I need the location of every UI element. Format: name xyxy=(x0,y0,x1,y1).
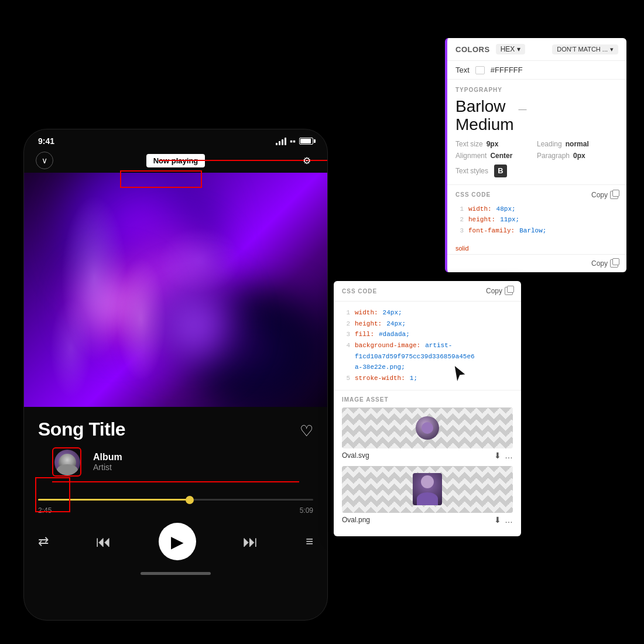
leading-val: normal xyxy=(566,140,589,148)
asset-actions-png: ⬇ … xyxy=(494,515,513,525)
code-line-3: 3 font-family: Barlow; xyxy=(455,225,618,237)
text-styles-row: Text styles B xyxy=(455,165,618,177)
copy-label-bottom: Copy xyxy=(486,287,502,295)
copy-button-mid[interactable]: Copy xyxy=(591,259,618,268)
css-line-4b: f1cd10a7d59f975cc39d336859a45e6 xyxy=(342,351,513,362)
text-size-key: Text size xyxy=(455,140,483,148)
css-code-block-bottom: 1 width: 24px; 2 height: 24px; 3 fill: #… xyxy=(334,302,521,390)
chevron-down-btn[interactable]: ∨ xyxy=(36,152,53,169)
song-info: Song Title ♡ xyxy=(24,407,327,447)
play-button[interactable]: ▶ xyxy=(159,523,196,560)
asset-filename-row-png: Oval.png ⬇ … xyxy=(342,515,513,525)
time-total: 5:09 xyxy=(300,506,313,515)
prev-button[interactable]: ⏮ xyxy=(96,533,111,551)
color-value: #FFFFFF xyxy=(491,66,523,74)
status-time: 9:41 xyxy=(38,136,54,146)
css-line-1: 1 width: 24px; xyxy=(342,307,513,318)
progress-thumb xyxy=(186,496,194,504)
hex-chevron-icon: ▾ xyxy=(517,45,520,53)
album-art xyxy=(24,173,327,407)
artist-name: Artist xyxy=(93,463,122,472)
copy-button-top[interactable]: Copy xyxy=(591,191,618,199)
download-svg-button[interactable]: ⬇ xyxy=(494,451,501,460)
next-button[interactable]: ⏭ xyxy=(243,533,258,551)
text-size-val: 9px xyxy=(487,140,499,148)
solid-text-right: solid xyxy=(447,242,626,254)
copy-button-bottom[interactable]: Copy xyxy=(486,287,513,295)
css-line-2: 2 height: 24px; xyxy=(342,318,513,330)
shuffle-button[interactable]: ⇄ xyxy=(38,534,49,549)
progress-area[interactable] xyxy=(24,489,327,503)
playback-controls: ⇄ ⏮ ▶ ⏭ ≡ xyxy=(24,518,327,572)
font-dash: — xyxy=(519,104,527,114)
person-silhouette xyxy=(413,473,442,505)
artist-section: Album Artist xyxy=(24,447,327,489)
artist-avatar-wrapper xyxy=(52,447,81,477)
phone-mockup: 9:41 ▪▪ ∨ Now playing ⚙ Song Title ♡ xyxy=(23,129,328,621)
album-name: Album xyxy=(93,452,122,463)
font-name: Barlow Medium xyxy=(455,98,514,134)
css-code-header-top: CSS CODE Copy xyxy=(455,191,618,199)
signal-icon xyxy=(276,137,286,145)
type-details: Text size 9px Leading normal Alignment C… xyxy=(455,140,618,160)
more-png-button[interactable]: … xyxy=(505,515,513,525)
paragraph-row: Paragraph 0px xyxy=(537,152,618,160)
artist-row: Album Artist xyxy=(52,447,299,482)
css-line-4c: a-38e22e.png; xyxy=(342,362,513,373)
queue-button[interactable]: ≡ xyxy=(306,534,313,549)
asset-oval-svg: Oval.svg ⬇ … xyxy=(342,407,513,460)
paragraph-val: 0px xyxy=(573,152,585,160)
css-line-4: 4 background-image: artist- xyxy=(342,340,513,351)
progress-fill xyxy=(38,499,190,501)
css-code-top: CSS CODE Copy 1 width: 48px; 2 height: 1… xyxy=(447,185,626,242)
artist-avatar xyxy=(54,450,80,475)
artist-info: Album Artist xyxy=(93,452,122,472)
person-body xyxy=(417,492,438,505)
avatar-silhouette xyxy=(59,454,76,471)
code-line-1: 1 width: 48px; xyxy=(455,204,618,215)
leading-key: Leading xyxy=(537,140,562,148)
image-asset-label: IMAGE ASSET xyxy=(342,396,513,403)
favorite-button[interactable]: ♡ xyxy=(300,422,313,440)
progress-track[interactable] xyxy=(38,499,313,501)
dont-match-label: DON'T MATCH ... xyxy=(557,46,608,53)
asset-thumbnail-png xyxy=(342,466,513,513)
colors-header: COLORS HEX ▾ DON'T MATCH ... ▾ xyxy=(447,38,626,61)
copy-icon-mid xyxy=(610,259,618,268)
status-icons: ▪▪ xyxy=(276,136,313,146)
text-label: Text xyxy=(455,66,470,74)
person-head xyxy=(421,475,434,488)
typography-label: TYPOGRAPHY xyxy=(455,87,618,93)
alignment-val: Center xyxy=(490,152,512,160)
asset-oval-png: Oval.png ⬇ … xyxy=(342,466,513,525)
copy-label-mid: Copy xyxy=(591,259,608,268)
colors-section-label: COLORS xyxy=(455,45,490,54)
asset-filename-row-svg: Oval.svg ⬇ … xyxy=(342,451,513,460)
css-line-5: 5 stroke-width: 1; xyxy=(342,373,513,384)
hex-dropdown[interactable]: HEX ▾ xyxy=(496,44,526,54)
image-asset-section: IMAGE ASSET Oval.svg ⬇ … xyxy=(334,390,521,536)
download-png-button[interactable]: ⬇ xyxy=(494,515,501,525)
css-code-label-top: CSS CODE xyxy=(455,191,491,198)
wifi-icon: ▪▪ xyxy=(290,136,296,146)
inspector-panel-css: CSS CODE Copy 1 width: 24px; 2 height: 2… xyxy=(334,281,521,536)
copy-icon-top xyxy=(610,191,618,199)
settings-icon[interactable]: ⚙ xyxy=(298,152,316,169)
time-elapsed: 2:45 xyxy=(38,506,52,515)
alignment-key: Alignment xyxy=(455,152,487,160)
dont-match-dropdown[interactable]: DON'T MATCH ... ▾ xyxy=(552,44,618,54)
asset-actions-svg: ⬇ … xyxy=(494,451,513,460)
asset-thumbnail-svg xyxy=(342,407,513,448)
paragraph-key: Paragraph xyxy=(537,152,570,160)
now-playing-bar: ∨ Now playing ⚙ xyxy=(24,148,327,173)
copy-icon-bottom xyxy=(505,287,513,295)
css-line-3: 3 fill: #dadada; xyxy=(342,329,513,340)
dont-match-chevron-icon: ▾ xyxy=(610,46,614,53)
hex-label: HEX xyxy=(501,45,515,53)
more-svg-button[interactable]: … xyxy=(505,451,513,460)
status-bar: 9:41 ▪▪ xyxy=(24,129,327,148)
battery-icon xyxy=(299,138,313,145)
alignment-row: Alignment Center xyxy=(455,152,537,160)
art-veins xyxy=(24,173,327,407)
home-indicator xyxy=(141,572,211,575)
